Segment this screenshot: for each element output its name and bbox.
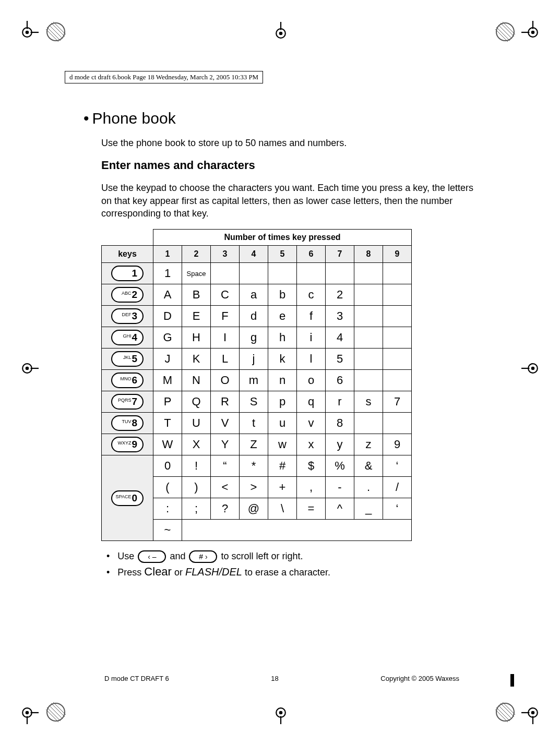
cell: o [297, 370, 326, 391]
flash-del-key-label: FLASH/DEL [185, 566, 242, 578]
cell: A [153, 284, 182, 306]
text: Press [117, 567, 141, 578]
keys-column-header: keys [102, 246, 153, 263]
keypad-key-9-icon: WXYZ9 [111, 437, 144, 452]
svg-line-37 [496, 27, 510, 41]
cell: j [240, 349, 268, 370]
cell: n [268, 370, 297, 391]
cell: 8 [326, 413, 354, 434]
cell: u [268, 413, 297, 434]
cell: / [383, 477, 412, 498]
cell: ‘ [383, 455, 412, 477]
table-row: WXYZ9 W X Y Z w x y z 9 [102, 434, 412, 455]
footer-page-number: 18 [271, 675, 278, 682]
cell: O [211, 370, 240, 391]
page-title: Phone book [92, 110, 176, 127]
col-header: 8 [354, 246, 383, 263]
footer-right: Copyright © 2005 Waxess [380, 675, 459, 682]
cell: ^ [326, 498, 354, 520]
cell: V [211, 413, 240, 434]
cell: M [153, 370, 182, 391]
cell: E [182, 306, 211, 327]
keypad-key-1-icon: 1 [111, 266, 144, 281]
cell: Z [240, 434, 268, 455]
cell: 0 [153, 455, 182, 477]
cell: > [240, 477, 268, 498]
table-row: PQRS7 P Q R S p q r s 7 [102, 391, 412, 413]
cell: I [211, 327, 240, 349]
cell: l [297, 349, 326, 370]
cell: & [354, 455, 383, 477]
table-row: 1 1 Space [102, 263, 412, 284]
cell: U [182, 413, 211, 434]
keypad-key-2-icon: ABC2 [111, 287, 144, 303]
cell: # [268, 455, 297, 477]
paragraph: Use the keypad to choose the characters … [101, 182, 480, 220]
keypad-key-0-icon: SPACE0 [111, 490, 144, 506]
svg-line-30 [51, 23, 65, 37]
table-row: MNO6 M N O m n o 6 [102, 370, 412, 391]
cell: F [211, 306, 240, 327]
cell [182, 520, 412, 541]
cell [297, 263, 326, 284]
keypad-key-3-icon: DEF3 [111, 308, 144, 324]
svg-point-18 [26, 367, 29, 370]
title-bullet: • [84, 110, 89, 127]
cell [383, 327, 412, 349]
crop-mark-icon [521, 701, 544, 724]
cell [383, 370, 412, 391]
cell: C [211, 284, 240, 306]
svg-line-43 [47, 707, 61, 721]
intro-text: Use the phone book to store up to 50 nam… [101, 137, 480, 149]
table-row: SPACE0 0 ! “ * # $ % & ‘ [102, 455, 412, 477]
cell: % [326, 455, 354, 477]
cell: Q [182, 391, 211, 413]
text: or [174, 567, 183, 578]
svg-line-49 [496, 707, 510, 721]
cell: _ [354, 498, 383, 520]
cell [383, 284, 412, 306]
register-target-icon [495, 22, 515, 42]
table-header: Number of times key pressed [153, 230, 412, 246]
keymap-table: Number of times key pressed keys 1 2 3 4… [101, 229, 412, 541]
cell [240, 263, 268, 284]
cell [268, 263, 297, 284]
crop-mark-icon [16, 701, 39, 724]
register-target-icon [495, 702, 515, 722]
cell: ( [153, 477, 182, 498]
cell: 7 [383, 391, 412, 413]
cell: m [240, 370, 268, 391]
clear-key-label: Clear [144, 565, 172, 578]
instruction-bullet: • Use ‹ – and # › to scroll left or righ… [101, 550, 480, 563]
cell [211, 263, 240, 284]
cell: 4 [326, 327, 354, 349]
cell [383, 349, 412, 370]
cell: P [153, 391, 182, 413]
cell: K [182, 349, 211, 370]
register-target-icon [46, 702, 66, 722]
cell: h [268, 327, 297, 349]
cell: ! [182, 455, 211, 477]
svg-point-15 [531, 711, 535, 715]
subheading: Enter names and characters [101, 159, 480, 172]
svg-line-36 [501, 23, 514, 37]
cell: Space [182, 263, 211, 284]
crop-mark-icon [521, 357, 544, 380]
cell: = [297, 498, 326, 520]
cell: @ [240, 498, 268, 520]
svg-point-24 [279, 32, 283, 35]
cell: 3 [326, 306, 354, 327]
cell: p [268, 391, 297, 413]
cell: W [153, 434, 182, 455]
crop-mark-icon [269, 22, 292, 45]
crop-mark-icon [16, 21, 39, 44]
cell: 5 [326, 349, 354, 370]
col-header: 5 [268, 246, 297, 263]
cell: H [182, 327, 211, 349]
svg-line-29 [49, 25, 63, 39]
cell: v [297, 413, 326, 434]
crop-mark-icon [269, 701, 292, 724]
cell: b [268, 284, 297, 306]
cell: - [326, 477, 354, 498]
svg-line-42 [51, 703, 65, 717]
